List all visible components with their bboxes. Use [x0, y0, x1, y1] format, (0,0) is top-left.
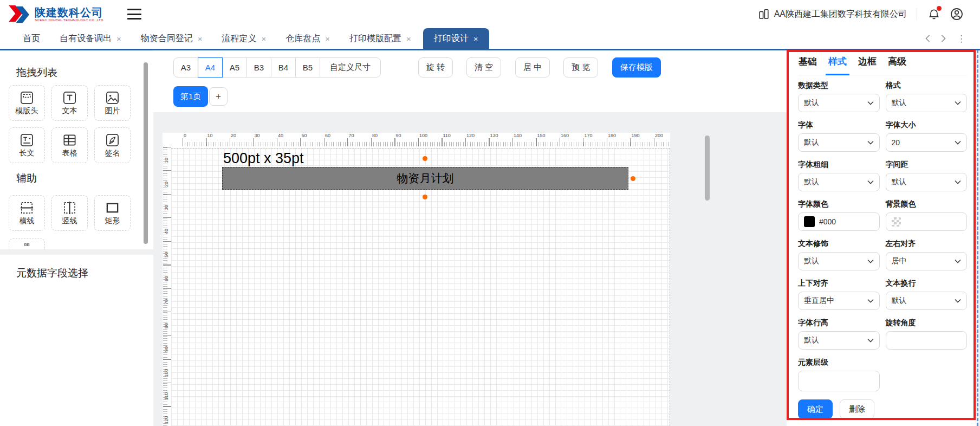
design-surface[interactable]: 0102030405060708090100110120130140150160… — [163, 133, 670, 426]
property-panel-tabs: 基础 样式 边框 高级 — [798, 55, 967, 75]
font-weight-select[interactable]: 默认 — [798, 173, 880, 191]
tabs-scroll-left-icon[interactable] — [925, 35, 930, 42]
print-design-app: 陕建数科公司 SCEGC DIGITAL TECHNOLOGY CO.,LTD.… — [0, 0, 980, 426]
element-text: 物资月计划 — [397, 171, 454, 186]
palette-item-rectangle[interactable]: 矩形 — [94, 195, 131, 231]
letter-spacing-select[interactable]: 默认 — [886, 173, 968, 191]
rotate-angle-input[interactable] — [886, 331, 968, 350]
size-b3-button[interactable]: B3 — [246, 57, 271, 78]
rotate-button[interactable]: 旋 转 — [418, 57, 453, 78]
tabs-scroll-right-icon[interactable] — [941, 35, 946, 42]
tab-equipment-transfer[interactable]: 自有设备调出× — [52, 28, 129, 49]
palette-item-table[interactable]: 表格 — [51, 127, 88, 163]
template-head-icon — [20, 91, 34, 105]
bg-color-picker[interactable] — [886, 212, 968, 231]
resize-handle-right[interactable] — [631, 176, 635, 181]
palette-item-template-head[interactable]: 模版头 — [9, 85, 45, 121]
chevron-down-icon — [955, 140, 961, 145]
menu-hamburger-icon[interactable] — [127, 9, 141, 20]
close-icon[interactable]: × — [325, 34, 330, 43]
palette-item-signature[interactable]: 签名 — [94, 127, 131, 163]
font-label: 字体 — [798, 120, 880, 130]
z-index-label: 元素层级 — [798, 358, 880, 367]
horizontal-line-icon — [20, 201, 34, 215]
palette-item-image[interactable]: 图片 — [94, 85, 131, 121]
panel-tab-basic[interactable]: 基础 — [798, 55, 817, 70]
app-header: 陕建数科公司 SCEGC DIGITAL TECHNOLOGY CO.,LTD.… — [0, 0, 980, 28]
chevron-down-icon — [955, 299, 961, 303]
metadata-field-panel: 元数据字段选择 — [0, 255, 153, 426]
clear-button[interactable]: 清 空 — [466, 57, 501, 78]
palette-item-long-text[interactable]: 长文 — [9, 127, 45, 163]
text-wrap-select[interactable]: 默认 — [886, 292, 968, 310]
chevron-down-icon — [867, 180, 874, 184]
vertical-line-icon — [62, 201, 77, 215]
preview-button[interactable]: 预 览 — [563, 57, 598, 78]
palette-item-text[interactable]: 文本 — [51, 85, 88, 121]
font-color-label: 字体颜色 — [798, 199, 880, 209]
center-button[interactable]: 居 中 — [515, 57, 550, 78]
font-size-label: 字体大小 — [886, 120, 968, 130]
size-b4-button[interactable]: B4 — [271, 57, 296, 78]
palette-item-qrcode-partial[interactable] — [9, 238, 45, 249]
size-custom-button[interactable]: 自定义尺寸 — [320, 57, 381, 78]
close-icon[interactable]: × — [473, 34, 478, 43]
notifications-button[interactable] — [927, 7, 941, 21]
line-height-select[interactable]: 默认 — [798, 331, 880, 350]
close-icon[interactable]: × — [198, 34, 203, 43]
tab-print-design[interactable]: 打印设计× — [423, 28, 489, 49]
panel-edge-dashed-guide — [977, 50, 978, 426]
page-1-tab[interactable]: 第1页 — [173, 86, 208, 107]
chevron-down-icon — [955, 259, 961, 263]
text-icon — [62, 91, 77, 105]
h-align-select[interactable]: 居中 — [886, 252, 968, 270]
palette-item-hline[interactable]: 横线 — [9, 195, 45, 231]
property-panel: 基础 样式 边框 高级 数据类型 默认 格式 — [787, 50, 976, 426]
tab-home[interactable]: 首页 — [15, 28, 48, 49]
resize-handle-top[interactable] — [423, 156, 427, 161]
building-icon — [758, 8, 770, 20]
font-color-picker[interactable]: #000 — [798, 212, 880, 231]
tab-process-definition[interactable]: 流程定义× — [215, 28, 274, 49]
font-select[interactable]: 默认 — [798, 133, 880, 152]
tab-warehouse-count[interactable]: 仓库盘点× — [278, 28, 338, 49]
delete-button[interactable]: 删除 — [840, 399, 874, 419]
v-align-label: 上下对齐 — [798, 279, 880, 288]
add-page-button[interactable]: + — [209, 87, 228, 106]
size-a5-button[interactable]: A5 — [222, 57, 247, 78]
company-name: AA陕西建工集团数字科技有限公司 — [774, 9, 907, 20]
rotate-angle-label: 旋转角度 — [886, 318, 968, 327]
resize-handle-bottom[interactable] — [423, 195, 427, 199]
size-a4-button[interactable]: A4 — [198, 57, 223, 78]
data-type-select[interactable]: 默认 — [798, 94, 880, 112]
canvas-scrollbar[interactable] — [705, 135, 710, 201]
panel-tab-style[interactable]: 样式 — [828, 55, 847, 70]
size-b5-button[interactable]: B5 — [295, 57, 320, 78]
font-size-select[interactable]: 20 — [886, 133, 968, 152]
close-icon[interactable]: × — [262, 34, 267, 43]
element-size-label: 500pt x 35pt — [223, 150, 304, 167]
aux-title: 辅助 — [16, 171, 37, 185]
metadata-title: 元数据字段选择 — [16, 266, 88, 280]
panel-tab-advanced[interactable]: 高级 — [887, 55, 907, 70]
save-template-button[interactable]: 保存模版 — [612, 57, 661, 78]
close-icon[interactable]: × — [116, 34, 121, 43]
table-icon — [62, 133, 77, 147]
tab-print-template-config[interactable]: 打印模版配置× — [342, 28, 419, 49]
v-align-select[interactable]: 垂直居中 — [798, 292, 880, 310]
size-a3-button[interactable]: A3 — [173, 57, 198, 78]
close-icon[interactable]: × — [406, 34, 411, 43]
z-index-input[interactable] — [798, 371, 880, 391]
text-decoration-select[interactable]: 默认 — [798, 252, 880, 270]
signature-icon — [105, 133, 120, 147]
sidebar-scrollbar[interactable] — [144, 62, 148, 244]
tab-material-contract[interactable]: 物资合同登记× — [133, 28, 210, 49]
format-select[interactable]: 默认 — [886, 94, 968, 112]
palette-item-vline[interactable]: 竖线 — [51, 195, 88, 231]
account-button[interactable] — [950, 7, 964, 21]
confirm-button[interactable]: 确定 — [798, 399, 833, 419]
header-divider — [917, 8, 917, 20]
panel-tab-border[interactable]: 边框 — [858, 55, 877, 70]
selected-text-element[interactable]: 物资月计划 — [222, 167, 628, 190]
tabs-more-icon[interactable]: ⋮ — [957, 33, 966, 44]
